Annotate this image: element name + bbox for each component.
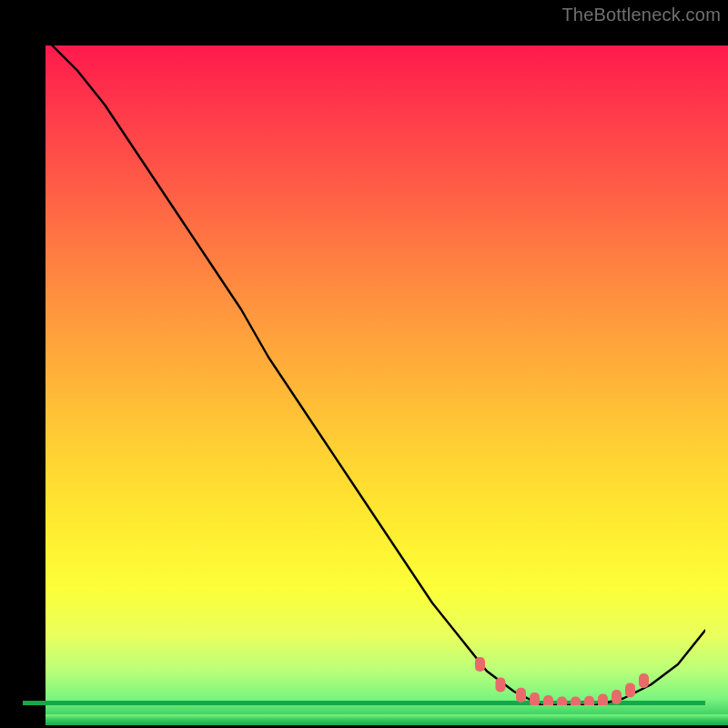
highlight-marker: [625, 683, 635, 698]
highlight-marker: [612, 690, 622, 704]
highlight-marker: [516, 688, 526, 703]
curve-layer: [23, 23, 705, 705]
highlight-marker: [571, 697, 581, 706]
highlight-marker: [639, 673, 649, 688]
highlight-marker: [584, 696, 594, 705]
highlight-marker: [598, 694, 608, 706]
optimal-zone-strip: [46, 714, 728, 725]
chart-svg: [23, 23, 705, 705]
highlight-marker: [496, 678, 506, 693]
watermark-text: TheBottleneck.com: [561, 5, 721, 25]
highlight-marker: [475, 657, 485, 672]
highlight-marker: [530, 693, 540, 705]
highlight-marker: [557, 697, 567, 706]
bottleneck-curve: [23, 23, 705, 705]
highlight-marker: [543, 695, 553, 705]
